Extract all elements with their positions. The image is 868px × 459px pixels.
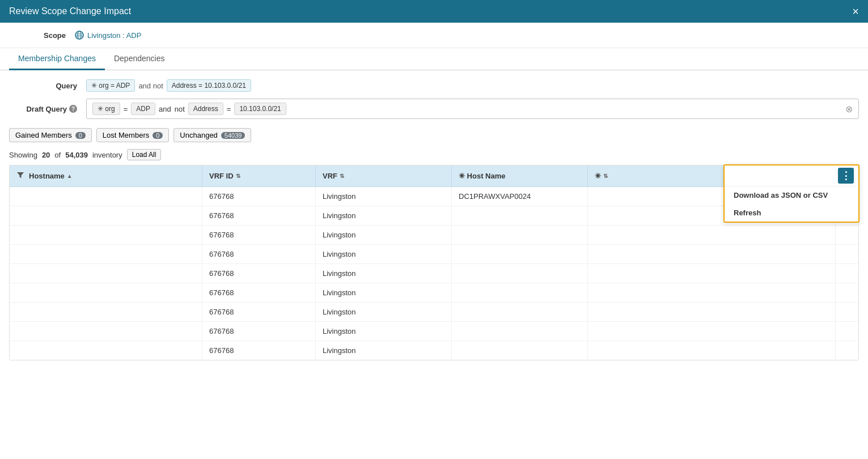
draft-query-box[interactable]: ✳ org = ADP and not Address = 10.103.0.0… <box>86 99 859 119</box>
th-host-name: ✳ Host Name <box>452 165 588 186</box>
cell-vrf: Livingston <box>316 187 452 206</box>
dq-pill-cidr: 10.103.0.0/21 <box>234 103 286 115</box>
unchanged-button[interactable]: Unchanged 54039 <box>173 128 251 142</box>
cell-host-name <box>452 341 588 360</box>
refresh-menu-item[interactable]: Refresh <box>725 204 858 222</box>
cell-extra <box>588 226 836 244</box>
dq-equals: = <box>124 105 128 113</box>
cell-host-name <box>452 226 588 244</box>
cell-vrf: Livingston <box>316 264 452 283</box>
sort-icon-hostname[interactable]: ▲ <box>67 173 73 179</box>
globe-icon <box>75 31 84 40</box>
cell-extra <box>588 341 836 360</box>
help-icon[interactable]: ? <box>69 105 77 113</box>
download-menu-item[interactable]: Download as JSON or CSV <box>725 186 858 204</box>
showing-prefix: Showing <box>9 151 37 159</box>
cell-hostname <box>10 206 202 225</box>
dq-equals2: = <box>227 105 231 113</box>
scope-row: Scope Livingston : ADP <box>0 23 868 48</box>
gained-members-button[interactable]: Gained Members 0 <box>9 128 92 142</box>
cell-host-name <box>452 264 588 283</box>
cell-vrf: Livingston <box>316 206 452 225</box>
content-area: Query ✳ org = ADP and not Address = 10.1… <box>0 70 868 369</box>
cell-vrf: Livingston <box>316 322 452 341</box>
filter-buttons: Gained Members 0 Lost Members 0 Unchange… <box>9 128 859 142</box>
cell-vrf-id: 676768 <box>202 341 316 360</box>
dq-not: not <box>175 105 185 113</box>
cell-hostname <box>10 283 202 302</box>
clear-icon[interactable]: ⊗ <box>845 104 853 114</box>
th-vrf-label: VRF <box>323 172 337 180</box>
query-row: Query ✳ org = ADP and not Address = 10.1… <box>9 79 859 92</box>
close-button[interactable]: × <box>852 6 859 17</box>
showing-total: 54,039 <box>65 151 88 159</box>
th-hostname-label: Hostname <box>29 172 65 180</box>
cell-options <box>836 245 858 264</box>
cell-vrf: Livingston <box>316 303 452 321</box>
th-vrf-id-label: VRF ID <box>209 172 234 180</box>
cell-extra <box>588 322 836 341</box>
showing-suffix: inventory <box>92 151 122 159</box>
cell-extra <box>588 283 836 302</box>
cell-vrf-id: 676768 <box>202 283 316 302</box>
cell-vrf: Livingston <box>316 226 452 244</box>
dq-and: and <box>159 105 171 113</box>
table-header: Hostname ▲ VRF ID ⇅ VRF ⇅ ✳ Host Name ✳ … <box>10 165 858 187</box>
cell-host-name <box>452 245 588 264</box>
filter-icon[interactable] <box>16 171 24 181</box>
title-bar: Review Scope Change Impact × <box>0 0 868 23</box>
draft-query-label: Draft Query ? <box>9 105 77 113</box>
unchanged-label: Unchanged <box>180 131 218 139</box>
query-pill-address: Address = 10.103.0.0/21 <box>167 79 251 92</box>
dropdown-options-button[interactable]: ⋮ <box>838 168 854 184</box>
dropdown-header: ⋮ <box>725 165 858 186</box>
query-pills: ✳ org = ADP and not Address = 10.103.0.0… <box>86 79 251 92</box>
scope-value-text: Livingston : ADP <box>87 31 141 40</box>
cell-hostname <box>10 303 202 321</box>
dialog-title: Review Scope Change Impact <box>9 6 131 16</box>
table-row: 676768 Livingston <box>10 303 858 322</box>
table-row: 676768 Livingston <box>10 341 858 360</box>
cell-options <box>836 264 858 283</box>
showing-row: Showing 20 of 54,039 inventory Load All <box>9 149 859 160</box>
cell-extra <box>588 264 836 283</box>
scope-value: Livingston : ADP <box>75 31 141 40</box>
sort-icon-extra[interactable]: ⇅ <box>603 173 608 179</box>
cell-hostname <box>10 322 202 341</box>
load-all-button[interactable]: Load All <box>127 149 162 160</box>
table-row: 676768 Livingston <box>10 322 858 341</box>
cell-hostname <box>10 341 202 360</box>
cell-extra <box>588 303 836 321</box>
cell-options <box>836 322 858 341</box>
unchanged-count: 54039 <box>221 132 245 139</box>
cell-options <box>836 226 858 244</box>
gained-members-count: 0 <box>75 132 86 139</box>
dq-pill-address: Address <box>188 103 223 115</box>
cell-host-name <box>452 322 588 341</box>
cell-vrf-id: 676768 <box>202 303 316 321</box>
cell-options <box>836 341 858 360</box>
cell-options <box>836 283 858 302</box>
cell-vrf-id: 676768 <box>202 206 316 225</box>
cell-extra <box>588 245 836 264</box>
sort-icon-vrf-id[interactable]: ⇅ <box>236 173 240 179</box>
sort-icon-vrf[interactable]: ⇅ <box>340 173 344 179</box>
query-and-not: and not <box>138 82 163 90</box>
cell-host-name: DC1PRAWXVAP0024 <box>452 187 588 206</box>
dq-pill-adp: ADP <box>131 103 155 115</box>
table-row: 676768 Livingston <box>10 283 858 303</box>
cell-vrf: Livingston <box>316 341 452 360</box>
th-vrf-id: VRF ID ⇅ <box>202 165 316 186</box>
cell-host-name <box>452 206 588 225</box>
cell-hostname <box>10 245 202 264</box>
cell-vrf-id: 676768 <box>202 264 316 283</box>
tab-dependencies[interactable]: Dependencies <box>105 48 174 70</box>
cell-vrf: Livingston <box>316 245 452 264</box>
cell-host-name <box>452 303 588 321</box>
th-options: ⋮ ⋮ Download as JSON or CSV Refresh <box>836 165 858 186</box>
cell-vrf-id: 676768 <box>202 322 316 341</box>
lost-members-button[interactable]: Lost Members 0 <box>96 128 170 142</box>
th-extra-label: ✳ <box>595 172 601 180</box>
tab-membership-changes[interactable]: Membership Changes <box>9 48 105 70</box>
showing-count: 20 <box>42 151 50 159</box>
